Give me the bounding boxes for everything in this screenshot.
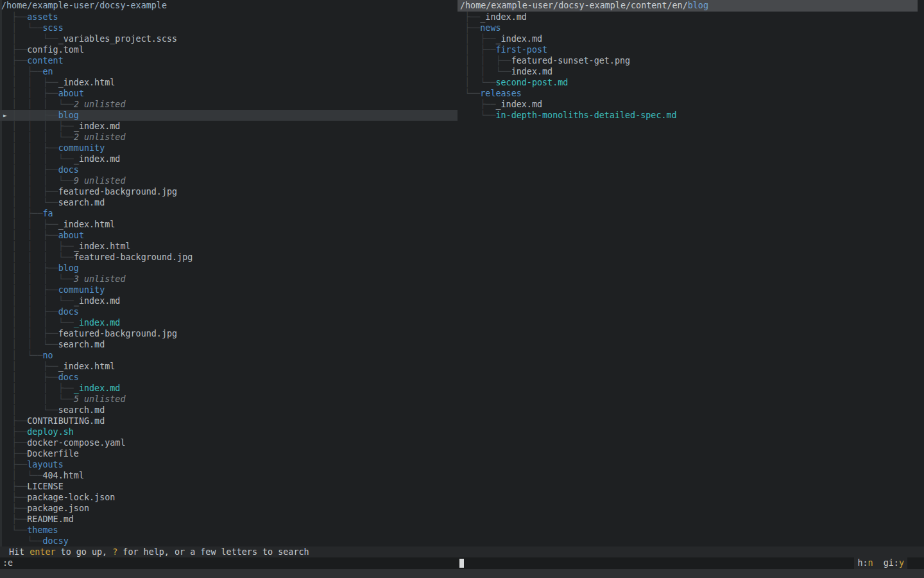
unlisted-count: 5 unlisted bbox=[74, 394, 126, 404]
tree-branch-lines: │ └── bbox=[1, 471, 43, 480]
tree-row-2-unlisted[interactable]: │ │ │ └──2 unlisted bbox=[0, 132, 458, 143]
tree-row-scss[interactable]: │ └──scss bbox=[0, 22, 458, 33]
tree-row-in-depth-monoliths-detailed-spec-md[interactable]: └──in-depth-monoliths-detailed-spec.md bbox=[453, 110, 924, 121]
tree-row-search-md[interactable]: │ └──search.md bbox=[0, 405, 458, 416]
tree-row-blog[interactable]: │ │ ├──blog bbox=[0, 263, 458, 274]
tree-row-no[interactable]: │ └──no bbox=[0, 350, 458, 361]
tree-row-assets[interactable]: ├──assets bbox=[0, 12, 458, 22]
entry-name: _index.md bbox=[480, 12, 527, 22]
tree-row-themes[interactable]: └──themes bbox=[0, 525, 458, 536]
tree-row-license[interactable]: ├──LICENSE bbox=[0, 481, 458, 492]
tree-row-docs[interactable]: │ │ ├──docs bbox=[0, 164, 458, 175]
tree-row--index-md[interactable]: │ │ ├──_index.md bbox=[0, 383, 458, 394]
tree-row-featured-sunset-get-png[interactable]: │ │ ├──featured-sunset-get.png bbox=[453, 55, 924, 66]
tree-branch-lines: │ ├── bbox=[1, 67, 43, 76]
status-key-hint: enter bbox=[30, 547, 55, 557]
tree-row-featured-background-jpg[interactable]: │ │ ├──featured-background.jpg bbox=[0, 328, 458, 339]
entry-name: deploy.sh bbox=[27, 427, 74, 437]
tree-branch-lines: ├── bbox=[1, 493, 27, 502]
tree-branch-lines: │ │ ├── bbox=[454, 56, 511, 66]
tree-row-404-html[interactable]: │ └──404.html bbox=[0, 470, 458, 481]
entry-name: about bbox=[58, 89, 84, 98]
unlisted-count: 2 unlisted bbox=[74, 100, 126, 109]
tree-row-docs[interactable]: │ │ ├──docs bbox=[0, 306, 458, 317]
tree-row-about[interactable]: │ │ ├──about bbox=[0, 230, 458, 241]
tree-branch-lines: ├── bbox=[1, 438, 27, 448]
tree-row--index-md[interactable]: ├──_index.md bbox=[453, 12, 924, 22]
right-path-parent: /home/example-user/docsy-example/content… bbox=[460, 1, 688, 10]
entry-name: _index.html bbox=[58, 220, 116, 229]
tree-row--index-html[interactable]: │ │ │ ├──_index.html bbox=[0, 241, 458, 252]
tree-row-docs[interactable]: │ ├──docs bbox=[0, 372, 458, 383]
tree-row-2-unlisted[interactable]: │ │ │ └──2 unlisted bbox=[0, 99, 458, 110]
tree-row--index-html[interactable]: │ │ ├──_index.html bbox=[0, 219, 458, 230]
tree-row--index-md[interactable]: │ │ │ └──_index.md bbox=[0, 295, 458, 306]
tree-row-releases[interactable]: └──releases bbox=[453, 88, 924, 99]
tree-row-second-post-md[interactable]: │ └──second-post.md bbox=[453, 77, 924, 88]
tree-branch-lines: │ │ ├── bbox=[1, 285, 58, 295]
tree-branch-lines: │ │ ├── bbox=[1, 187, 58, 197]
right-path-last-segment: blog bbox=[688, 1, 708, 10]
tree-row-5-unlisted[interactable]: │ │ └──5 unlisted bbox=[0, 394, 458, 405]
tree-branch-lines: │ │ └── bbox=[454, 67, 511, 76]
tree-row-content[interactable]: ├──content bbox=[0, 55, 458, 66]
tree-row-index-md[interactable]: │ │ └──index.md bbox=[453, 66, 924, 77]
tree-row-about[interactable]: │ │ ├──about bbox=[0, 88, 458, 99]
tree-branch-lines: │ │ ├── bbox=[1, 110, 58, 120]
tree-row-package-json[interactable]: ├──package.json bbox=[0, 503, 458, 514]
tree-row--index-md[interactable]: │ │ │ └──_index.md bbox=[0, 153, 458, 164]
tree-row-docsy[interactable]: └──docsy bbox=[0, 536, 458, 547]
tree-branch-lines: ├── bbox=[454, 100, 496, 109]
tree-row-community[interactable]: │ │ ├──community bbox=[0, 143, 458, 153]
tree-row--index-html[interactable]: │ │ ├──_index.html bbox=[0, 77, 458, 88]
tree-row-contributing-md[interactable]: ├──CONTRIBUTING.md bbox=[0, 416, 458, 426]
tree-branch-lines: ├── bbox=[1, 482, 27, 491]
tree-row--index-md[interactable]: │ │ │ ├──_index.md bbox=[0, 121, 458, 132]
entry-name: search.md bbox=[58, 405, 105, 415]
tree-row-config-toml[interactable]: ├──config.toml bbox=[0, 44, 458, 55]
tree-row-package-lock-json[interactable]: ├──package-lock.json bbox=[0, 492, 458, 503]
entry-name: blog bbox=[58, 110, 79, 120]
tree-row--variables-project-scss[interactable]: │ └──_variables_project.scss bbox=[0, 33, 458, 44]
tree-row-community[interactable]: │ │ ├──community bbox=[0, 285, 458, 295]
tree-branch-lines: └── bbox=[1, 525, 27, 535]
tree-branch-lines: │ │ ├── bbox=[1, 383, 74, 393]
tree-branch-lines: │ ├── bbox=[1, 362, 58, 371]
tree-branch-lines: │ │ │ └── bbox=[1, 176, 74, 186]
tree-branch-lines: │ │ ├── bbox=[1, 89, 58, 98]
entry-name: _index.md bbox=[74, 318, 121, 328]
left-tree-rows: ├──assets │ └──scss │ └──_variables_proj… bbox=[0, 12, 458, 547]
tree-row-9-unlisted[interactable]: │ │ │ └──9 unlisted bbox=[0, 175, 458, 186]
entry-name: README.md bbox=[27, 514, 74, 524]
tree-row-en[interactable]: │ ├──en bbox=[0, 66, 458, 77]
tree-row-fa[interactable]: │ ├──fa bbox=[0, 208, 458, 219]
tree-row-blog[interactable]: ► │ │ ├──blog bbox=[0, 110, 458, 121]
tree-row-readme-md[interactable]: ├──README.md bbox=[0, 514, 458, 525]
tree-row--index-md[interactable]: │ ├──_index.md bbox=[453, 33, 924, 44]
tree-branch-lines: │ │ │ ├── bbox=[1, 121, 74, 131]
tree-row-layouts[interactable]: ├──layouts bbox=[0, 459, 458, 470]
tree-row-docker-compose-yaml[interactable]: ├──docker-compose.yaml bbox=[0, 437, 458, 448]
flag-value-gi: y bbox=[899, 558, 904, 568]
tree-row-search-md[interactable]: │ │ └──search.md bbox=[0, 197, 458, 208]
tree-branch-lines: ├── bbox=[1, 45, 27, 55]
tree-row--index-html[interactable]: │ ├──_index.html bbox=[0, 361, 458, 372]
tree-branch-lines: ├── bbox=[1, 514, 27, 524]
tree-branch-lines: ├── bbox=[454, 23, 480, 33]
entry-name: _variables_project.scss bbox=[58, 34, 177, 44]
entry-name: _index.html bbox=[58, 78, 116, 87]
entry-name: featured-background.jpg bbox=[58, 329, 177, 338]
tree-row-search-md[interactable]: │ │ └──search.md bbox=[0, 339, 458, 350]
tree-row-3-unlisted[interactable]: │ │ │ └──3 unlisted bbox=[0, 274, 458, 285]
tree-row-dockerfile[interactable]: ├──Dockerfile bbox=[0, 448, 458, 459]
tree-row--index-md[interactable]: ├──_index.md bbox=[453, 99, 924, 110]
entry-name: en bbox=[43, 67, 53, 76]
tree-row-deploy-sh[interactable]: ├──deploy.sh bbox=[0, 426, 458, 437]
tree-row-first-post[interactable]: │ ├──first-post bbox=[453, 44, 924, 55]
tree-row-featured-background-jpg[interactable]: │ │ │ └──featured-background.jpg bbox=[0, 252, 458, 263]
bottom-strip bbox=[0, 569, 924, 578]
tree-row--index-md[interactable]: │ │ │ └──_index.md bbox=[0, 317, 458, 328]
tree-row-featured-background-jpg[interactable]: │ │ ├──featured-background.jpg bbox=[0, 186, 458, 197]
tree-row-news[interactable]: ├──news bbox=[453, 22, 924, 33]
entry-name: config.toml bbox=[27, 45, 84, 55]
